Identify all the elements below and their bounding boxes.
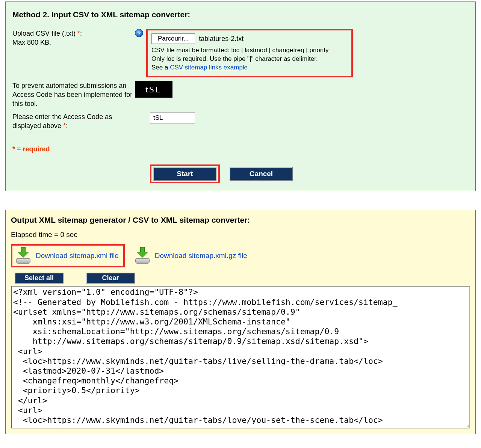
upload-highlight-frame: Parcourir... tablatures-2.txt CSV file m…: [146, 29, 353, 77]
output-button-bar: Select all Clear: [15, 273, 470, 284]
browse-button[interactable]: Parcourir...: [151, 33, 195, 44]
upload-label-line2: Max 800 KB.: [12, 39, 51, 46]
selected-file-name: tablatures-2.txt: [199, 35, 244, 43]
download-xml-link[interactable]: Download sitemap.xml file: [36, 252, 119, 260]
method2-title: Method 2. Input CSV to XML sitemap conve…: [12, 10, 469, 19]
output-title: Output XML sitemap generator / CSV to XM…: [11, 216, 470, 225]
xml-output-textarea[interactable]: <?xml version="1.0" encoding="UTF-8"?> <…: [11, 286, 470, 428]
upload-colon: :: [80, 30, 82, 37]
download-row: Download sitemap.xml file Download sitem…: [11, 244, 470, 267]
upload-label: Upload CSV file (.txt) *: Max 800 KB.: [12, 29, 135, 47]
output-panel: Output XML sitemap generator / CSV to XM…: [5, 210, 476, 434]
download-icon: [15, 248, 32, 264]
required-legend: * = required: [12, 145, 135, 153]
access-colon: :: [66, 122, 68, 130]
button-row: Start Cancel: [150, 164, 469, 183]
upload-label-line1: Upload CSV file (.txt): [12, 30, 77, 37]
cancel-button[interactable]: Cancel: [230, 167, 293, 181]
help-icon[interactable]: ?: [135, 29, 143, 37]
elapsed-time: Elapsed time = 0 sec: [11, 231, 470, 239]
csv-hint: CSV file must be formatted: loc | lastmo…: [151, 46, 348, 72]
captcha-image: tSL: [135, 81, 172, 98]
access-code-label: Please enter the Access Code as displaye…: [12, 112, 135, 131]
select-all-button[interactable]: Select all: [15, 273, 64, 284]
start-button[interactable]: Start: [153, 167, 216, 181]
access-code-input[interactable]: [150, 112, 195, 124]
access-code-row: Please enter the Access Code as displaye…: [12, 112, 469, 131]
captcha-explain: To prevent automated submissions an Acce…: [12, 81, 135, 109]
csv-example-link[interactable]: CSV sitemap links example: [170, 64, 248, 71]
method2-panel: Method 2. Input CSV to XML sitemap conve…: [5, 2, 476, 191]
start-highlight-frame: Start: [150, 164, 220, 183]
download-icon: [134, 248, 151, 264]
file-picker: Parcourir... tablatures-2.txt: [151, 33, 348, 44]
clear-button[interactable]: Clear: [86, 273, 135, 284]
hint-line1: CSV file must be formatted: loc | lastmo…: [151, 47, 329, 54]
captcha-row: To prevent automated submissions an Acce…: [12, 81, 469, 109]
access-prompt: Please enter the Access Code as displaye…: [12, 113, 112, 130]
upload-row: Upload CSV file (.txt) *: Max 800 KB. ? …: [12, 29, 469, 77]
hint-see-a: See a: [151, 64, 170, 71]
download-xml-highlight: Download sitemap.xml file: [11, 244, 125, 267]
download-gz-link[interactable]: Download sitemap.xml.gz file: [155, 252, 247, 260]
hint-line2: Only loc is required. Use the pipe "|" c…: [151, 55, 318, 62]
